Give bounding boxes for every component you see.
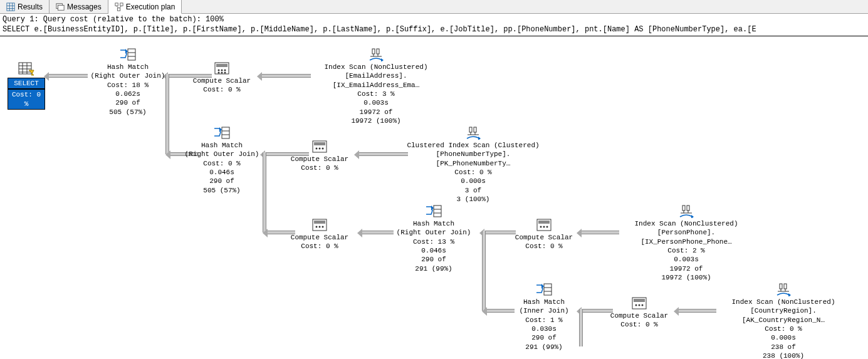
node-title: Compute Scalar [276,155,363,164]
svg-point-44 [319,148,321,150]
node-title: Compute Scalar [178,76,266,85]
svg-point-55 [319,226,321,228]
svg-rect-66 [682,206,685,211]
node-rows-pct: 3 (100%) [401,195,545,204]
plan-node-index-scan-4[interactable]: Index Scan (NonClustered) [CountryRegion… [711,283,855,359]
svg-point-64 [543,226,545,228]
svg-rect-47 [474,127,476,132]
tab-bar: Results Messages Execution plan [0,0,868,14]
tab-results-label: Results [18,3,43,11]
svg-rect-62 [538,221,550,224]
tab-results[interactable]: Results [0,0,50,13]
node-object: [PhoneNumberType].[PK_PhoneNumberTy… [401,150,545,168]
plan-node-compute-scalar-3[interactable]: Compute Scalar Cost: 0 % [276,218,363,251]
query-cost-line: Query 1: Query cost (relative to the bat… [3,15,865,25]
plan-node-compute-scalar-2[interactable]: Compute Scalar Cost: 0 % [276,140,363,173]
svg-rect-8 [120,3,122,5]
execution-plan-canvas[interactable]: SELECT Cost: 0 % Hash Match (Right Outer… [0,36,868,359]
node-cost: Cost: 0 % [276,164,363,172]
compute-scalar-icon [311,218,328,232]
svg-rect-37 [222,127,229,138]
svg-point-56 [322,226,324,228]
select-label: SELECT [8,78,45,89]
svg-point-63 [540,226,542,228]
svg-rect-53 [314,221,325,224]
svg-rect-46 [469,127,472,132]
svg-rect-6 [58,5,65,10]
svg-marker-36 [381,58,384,61]
node-cost: Cost: 0 % [711,325,855,333]
svg-point-43 [316,148,318,150]
node-title: Index Scan (NonClustered) [614,219,758,228]
svg-rect-0 [7,3,14,10]
node-object: [PersonPhone].[IX_PersonPhone_Phone… [614,228,758,246]
svg-rect-24 [216,64,227,67]
node-rows: 290 of [384,255,484,264]
svg-rect-72 [544,284,552,295]
svg-marker-86 [788,293,791,296]
svg-rect-7 [115,3,118,5]
plan-node-compute-scalar-4[interactable]: Compute Scalar Cost: 0 % [500,218,588,251]
plan-node-hash-match-3[interactable]: Hash Match (Right Outer Join) Cost: 13 %… [384,204,484,273]
svg-line-11 [120,6,122,8]
svg-point-30 [224,72,226,74]
query-sql-line: SELECT e.[BusinessEntityID], p.[Title], … [3,25,865,35]
node-title: Clustered Index Scan (Clustered) [401,141,545,150]
node-title: Hash Match [71,63,184,71]
svg-point-45 [322,148,324,150]
plan-node-compute-scalar-1[interactable]: Compute Scalar Cost: 0 % [178,61,266,95]
node-time: 0.030s [500,325,588,333]
index-scan-icon [465,126,481,140]
node-time: 0.003s [307,98,445,107]
svg-point-25 [218,70,220,71]
plan-node-compute-scalar-5[interactable]: Compute Scalar Cost: 0 % [595,296,683,330]
svg-rect-9 [117,8,120,10]
plan-node-hash-match-1[interactable]: Hash Match (Right Outer Join) Cost: 18 %… [71,48,184,117]
hash-match-icon [425,204,442,218]
node-title: Compute Scalar [595,311,683,320]
node-rows-pct: 291 (99%) [384,264,484,273]
node-cost: Cost: 3 % [307,90,445,98]
svg-rect-42 [314,142,325,145]
plan-node-hash-match-4[interactable]: Hash Match (Inner Join) Cost: 1 % 0.030s… [500,283,588,351]
svg-point-54 [316,226,318,228]
index-scan-icon [775,283,792,296]
node-rows: 290 of [500,333,588,342]
node-subtitle: (Right Outer Join) [71,71,184,80]
plan-node-index-scan-1[interactable]: Index Scan (NonClustered) [EmailAddress]… [307,48,445,125]
select-icon [18,61,35,76]
compute-scalar-icon [311,140,328,153]
node-title: Hash Match [178,141,266,150]
node-rows-pct: 19972 (100%) [307,117,445,125]
node-subtitle: (Inner Join) [500,306,588,315]
plan-node-index-scan-3[interactable]: Index Scan (NonClustered) [PersonPhone].… [614,204,758,282]
hash-match-icon [213,126,231,140]
node-title: Index Scan (NonClustered) [307,63,445,71]
tab-messages[interactable]: Messages [50,0,108,13]
tab-execution-plan[interactable]: Execution plan [108,0,182,14]
svg-rect-32 [377,49,379,54]
plan-node-hash-match-2[interactable]: Hash Match (Right Outer Join) Cost: 0 % … [178,126,266,195]
svg-rect-67 [687,206,689,211]
svg-point-28 [218,72,220,74]
node-title: Compute Scalar [500,233,588,242]
node-subtitle: (Right Outer Join) [384,228,484,237]
node-time: 0.062s [71,90,184,98]
compute-scalar-icon [536,218,552,232]
node-title: Index Scan (NonClustered) [711,298,855,306]
svg-point-26 [221,70,223,71]
node-rows: 19972 of [614,264,758,273]
node-rows-pct: 505 (57%) [178,186,266,195]
plan-node-select[interactable]: SELECT Cost: 0 % [8,61,45,110]
plan-arrow [679,309,716,313]
node-cost: Cost: 0 % [595,320,683,329]
compute-scalar-icon [631,296,647,310]
node-cost: Cost: 18 % [71,81,184,90]
svg-line-10 [116,6,118,8]
query-header: Query 1: Query cost (relative to the bat… [0,14,868,36]
svg-point-29 [221,72,223,74]
node-rows-pct: 19972 (100%) [614,273,758,282]
node-rows-pct: 291 (99%) [500,343,588,351]
node-cost: Cost: 0 % [276,242,363,251]
plan-node-clustered-index-scan[interactable]: Clustered Index Scan (Clustered) [PhoneN… [401,126,545,204]
